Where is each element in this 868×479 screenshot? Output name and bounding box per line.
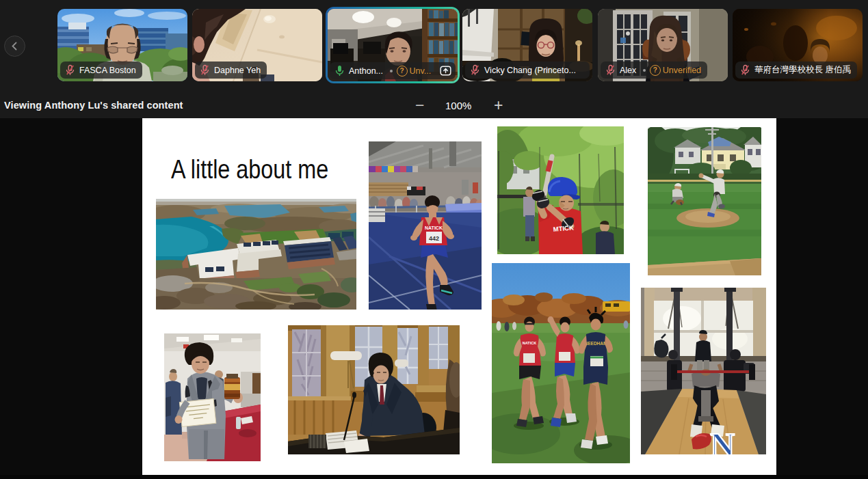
svg-text:N: N [710, 426, 735, 454]
svg-text:NATICK: NATICK [425, 225, 443, 230]
svg-text:NATICK: NATICK [523, 341, 536, 345]
svg-text:NEEDHAM: NEEDHAM [585, 341, 607, 346]
svg-text:442: 442 [429, 235, 439, 242]
